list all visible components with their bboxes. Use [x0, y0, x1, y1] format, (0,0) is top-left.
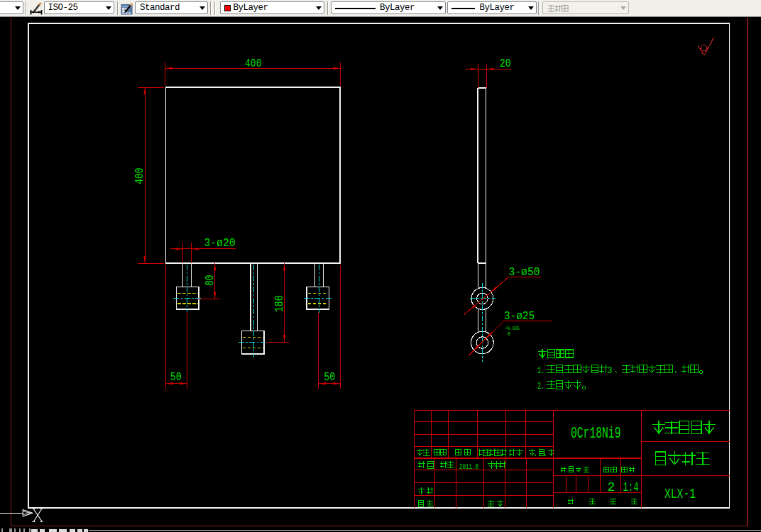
svg-text:400: 400	[133, 167, 146, 184]
svg-text:XLX-1: XLX-1	[664, 486, 696, 502]
svg-text:0: 0	[508, 331, 511, 337]
svg-text:20: 20	[500, 57, 511, 70]
svg-text:180: 180	[273, 296, 286, 313]
svg-text:2011.6: 2011.6	[459, 462, 478, 471]
svg-text:+0.025: +0.025	[505, 326, 520, 331]
svg-text:3-ø20: 3-ø20	[204, 236, 236, 250]
svg-text:1:4: 1:4	[623, 480, 639, 494]
svg-text:1.: 1.	[537, 365, 544, 376]
svg-text:3-ø25: 3-ø25	[504, 309, 535, 323]
svg-text:3-ø50: 3-ø50	[509, 265, 540, 279]
svg-text:3: 3	[608, 365, 613, 376]
svg-text:0Cr18Ni9: 0Cr18Ni9	[571, 425, 621, 443]
svg-text:2: 2	[608, 480, 615, 494]
svg-text:80: 80	[203, 275, 217, 287]
svg-text:2.: 2.	[537, 381, 544, 392]
svg-text:400: 400	[245, 57, 262, 70]
svg-text:50: 50	[324, 370, 335, 384]
svg-text:50: 50	[170, 370, 182, 384]
